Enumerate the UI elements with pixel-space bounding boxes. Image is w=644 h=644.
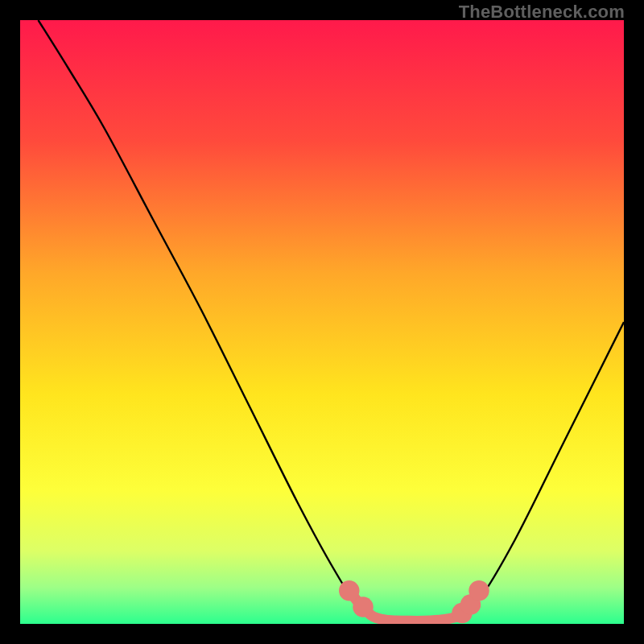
watermark-text: TheBottleneck.com <box>459 2 625 23</box>
chart-frame: TheBottleneck.com <box>0 0 644 644</box>
chart-svg <box>20 20 624 624</box>
chart-background <box>20 20 624 624</box>
chart-plot-area <box>20 20 624 624</box>
optimal-marker <box>353 597 374 617</box>
optimal-marker <box>469 580 489 601</box>
optimal-marker <box>339 580 360 601</box>
